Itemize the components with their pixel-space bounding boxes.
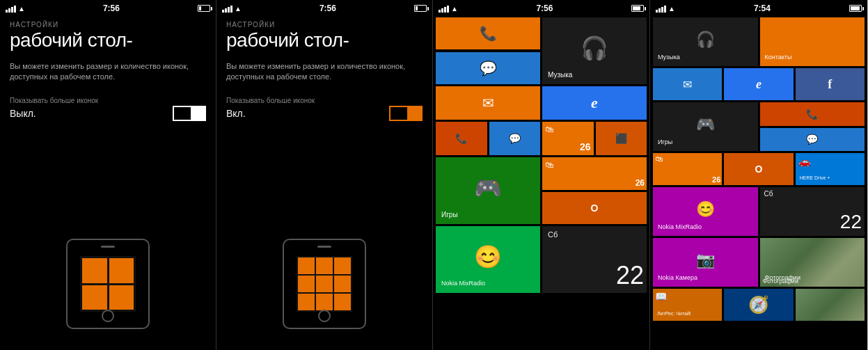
tiles-row1: 📞 💬 🎧 Музыка [436, 17, 647, 84]
tile-xbox[interactable]: 🎮 Игры [436, 157, 540, 224]
tiles-row5: 😊 Nokia MixRadio Сб 22 [436, 226, 647, 293]
tile-large-4 [109, 285, 134, 310]
tile-phone2[interactable]: 📞 [436, 122, 487, 155]
time-1: 7:56 [103, 3, 120, 13]
toggle-value-1: Выкл. [10, 108, 36, 119]
tile-store2[interactable]: 🛍 26 [542, 157, 647, 190]
small-tile-2 [316, 257, 333, 274]
status-bar-3: ▲ 7:56 [433, 0, 649, 15]
toggle-knob-1 [191, 107, 205, 120]
compass-icon: 🧭 [748, 295, 769, 315]
battery-1 [198, 5, 210, 12]
counter-num: 22 [616, 261, 644, 290]
small-tile-7 [298, 294, 315, 310]
signal-icons-2: ▲ [222, 5, 242, 13]
toggle-knob-2 [407, 107, 421, 120]
status-bar-4: ▲ 7:54 [650, 0, 867, 15]
mixradio-label: Nokia MixRadio [439, 278, 488, 290]
settings-subtitle-2: НАСТРОЙКИ [226, 21, 423, 29]
s4-row3: 🎮 Игры 📞 💬 [653, 102, 865, 151]
tiles-col-right4: 🛍 26 O [542, 157, 647, 224]
small-tile-1 [298, 257, 315, 274]
s4-tile-phone[interactable]: 📞 [760, 102, 865, 126]
small-tile-8 [316, 294, 333, 310]
s4-tile-store[interactable]: 🛍 26 [653, 153, 722, 185]
time-3: 7:56 [536, 3, 553, 13]
s4-row5: 😊 Nokia MixRadio Сб 22 [653, 187, 865, 236]
s4-here-label: HERE Drive + [798, 174, 832, 182]
toggle-switch-2[interactable] [389, 106, 423, 121]
photos-name: Фотографии [763, 278, 798, 285]
settings-desc-1: Вы можете изменить размер и количество и… [10, 61, 206, 83]
signal-icons-1: ▲ [6, 5, 25, 13]
s4-mixradio-label: Nokia MixRadio [656, 222, 704, 233]
settings-subtitle-1: НАСТРОЙКИ [10, 21, 206, 29]
screen-1: ▲ 7:56 НАСТРОЙКИ рабочий стол- Вы можете… [0, 0, 216, 350]
tiles-row3: 📞 💬 🛍 26 ⬛ [436, 122, 647, 155]
wifi-icon-1: ▲ [18, 5, 25, 13]
settings-content-2: НАСТРОЙКИ рабочий стол- Вы можете измени… [216, 15, 432, 228]
store-count: 26 [580, 141, 591, 152]
phone-illustration-1 [0, 232, 216, 336]
tile-office[interactable]: ⬛ [596, 122, 647, 155]
s4-tile-contacts[interactable]: Контакты [760, 17, 865, 66]
small-tile-9 [334, 294, 351, 310]
tiles-col-left: 📞 💬 [436, 17, 540, 84]
s4-tile-email[interactable]: ✉ [653, 68, 722, 100]
tile-phone[interactable]: 📞 [436, 17, 540, 49]
settings-content-1: НАСТРОЙКИ рабочий стол- Вы можете измени… [0, 15, 216, 228]
s4-counter-num: 22 [840, 211, 862, 233]
s4-tile-litres[interactable]: 📖 ЛитРес: Читай! [653, 289, 722, 321]
tile-store[interactable]: 🛍 26 [542, 122, 594, 155]
time-2: 7:56 [319, 3, 336, 13]
s4-tile-mixradio[interactable]: 😊 Nokia MixRadio [653, 187, 758, 236]
tile-email[interactable]: ✉ [436, 86, 540, 120]
s4-counter-day: Сб [764, 190, 773, 198]
phone-outline-2 [283, 239, 366, 329]
s4-tile-camera[interactable]: 📷 Nokia Камера [653, 238, 758, 287]
s4-tile-counter[interactable]: Сб 22 [760, 187, 865, 236]
s4-tile-ie[interactable]: e [724, 68, 793, 100]
s4-row4a: 🛍 26 O 🚗 HERE Drive + [653, 153, 865, 185]
s4-tile-games[interactable]: 🎮 Игры [653, 102, 758, 151]
phone-screen-inner-1 [80, 256, 136, 312]
small-tile-6 [334, 276, 351, 292]
home-tiles-4: 🎧 Музыка Контакты ✉ e f 🎮 Игры [650, 15, 867, 350]
s4-tile-facebook[interactable]: f [796, 68, 865, 100]
tiles-row4: 🎮 Игры 🛍 26 O [436, 157, 647, 224]
small-tile-5 [316, 276, 333, 292]
settings-desc-2: Вы можете изменить размер и количество и… [226, 61, 423, 83]
s4-camera-label: Nokia Камера [656, 273, 700, 284]
tile-counter[interactable]: Сб 22 [542, 226, 647, 293]
tile-mixradio[interactable]: 😊 Nokia MixRadio [436, 226, 540, 293]
screen-4: ▲ 7:54 🎧 Музыка Контакты ✉ e [650, 0, 867, 350]
tile-office2[interactable]: O [542, 192, 647, 225]
tile-music-big[interactable]: 🎧 Музыка [542, 17, 647, 84]
s4-contacts-label: Контакты [763, 52, 794, 63]
tile-large-3 [82, 285, 107, 310]
s4-row1: 🎧 Музыка Контакты [653, 17, 865, 66]
music-label: Музыка [545, 68, 575, 81]
s4-tile-photos[interactable]: Фотографии Фотографии [760, 238, 865, 287]
s4-col-right3: 📞 💬 [760, 102, 865, 151]
s4-tile-office[interactable]: O [724, 153, 793, 185]
time-4: 7:54 [754, 3, 771, 13]
phone-screen-inner-2 [297, 256, 352, 312]
tile-ie[interactable]: e [542, 86, 647, 120]
settings-title-2: рабочий стол- [226, 30, 423, 51]
toggle-section-2: Показывать больше иконок Вкл. [226, 97, 423, 121]
toggle-switch-1[interactable] [173, 106, 206, 121]
status-bar-2: ▲ 7:56 [216, 0, 432, 15]
toggle-section-1: Показывать больше иконок Выкл. [10, 97, 206, 121]
s4-tile-compass[interactable]: 🧭 [724, 289, 793, 321]
s4-tile-here[interactable]: 🚗 HERE Drive + [796, 153, 865, 185]
tile-messaging[interactable]: 💬 [436, 52, 540, 84]
tile-msg2[interactable]: 💬 [489, 122, 541, 155]
s4-tile-scenery[interactable] [796, 289, 865, 321]
s4-tile-msg[interactable]: 💬 [760, 128, 865, 152]
battery-4 [849, 5, 862, 12]
s4-tile-music[interactable]: 🎧 Музыка [653, 17, 758, 66]
tile-large-1 [82, 258, 107, 283]
toggle-label-1: Показывать больше иконок [10, 97, 206, 104]
toggle-row-2: Вкл. [226, 106, 423, 121]
